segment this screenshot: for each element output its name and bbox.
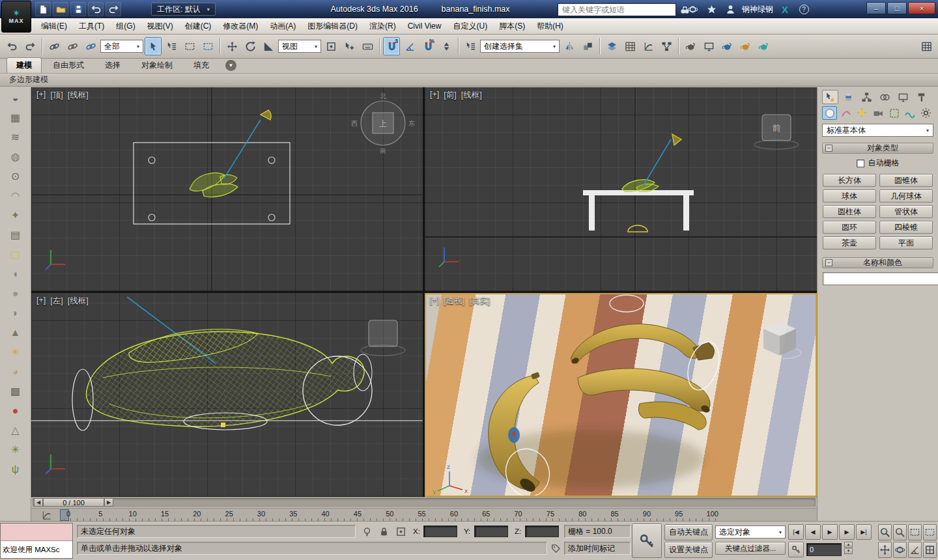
window-crossing-button[interactable] — [199, 37, 216, 55]
menu-item[interactable]: 工具(T) — [73, 21, 110, 32]
orbit-button[interactable] — [893, 542, 907, 558]
banana-wireframe-top[interactable] — [190, 173, 238, 197]
table-front[interactable] — [583, 190, 694, 231]
undo-button[interactable] — [88, 2, 104, 16]
left-tool-icon[interactable]: ◍ — [6, 150, 25, 163]
left-tool-icon[interactable]: ✳ — [6, 443, 25, 456]
helpers-subtab[interactable] — [887, 106, 902, 120]
left-tool-icon[interactable]: ● — [6, 404, 25, 417]
menu-item[interactable]: 视图(V) — [141, 21, 179, 32]
selection-set-scope-dropdown[interactable]: 选定对象 — [715, 525, 786, 539]
rendered-frame-window-button[interactable] — [700, 37, 717, 55]
left-tool-icon[interactable]: ⊙ — [6, 169, 25, 183]
zoom-extents-button[interactable] — [908, 524, 922, 540]
minimize-button[interactable]: – — [866, 2, 886, 14]
z-coordinate-field[interactable] — [525, 525, 559, 537]
create-tab[interactable] — [822, 90, 838, 104]
mirror-button[interactable] — [561, 37, 578, 55]
light-object-top[interactable] — [224, 110, 271, 178]
banana-wireframe-left[interactable] — [86, 329, 364, 427]
communication-center-icon[interactable] — [685, 2, 700, 16]
viewcube-compass[interactable]: 上 北 东 南 西 — [351, 92, 415, 154]
left-tool-icon[interactable]: ● — [6, 287, 25, 300]
percent-snap-button[interactable]: % — [419, 37, 436, 55]
motion-tab[interactable] — [877, 90, 893, 104]
next-frame-button[interactable]: ▶ — [839, 524, 855, 540]
save-file-button[interactable] — [70, 2, 86, 16]
select-by-name-button[interactable] — [163, 37, 180, 55]
select-and-link-button[interactable] — [46, 37, 63, 55]
polygon-modeling-panel-title[interactable]: 多边形建模 — [9, 74, 48, 85]
viewport-menu-label[interactable]: [左] — [50, 296, 63, 307]
favorites-star-icon[interactable] — [704, 2, 718, 16]
select-and-move-button[interactable] — [223, 37, 240, 55]
banana-single[interactable] — [489, 372, 540, 494]
use-pivot-point-button[interactable] — [322, 37, 339, 55]
primitive-button[interactable]: 四棱锥 — [879, 221, 933, 234]
primitive-button[interactable]: 几何球体 — [879, 189, 933, 203]
y-coordinate-field[interactable] — [474, 525, 508, 537]
ribbon-tab[interactable]: 填充 — [184, 57, 219, 73]
selection-filter-dropdown[interactable]: 全部 — [100, 40, 143, 53]
signed-in-username[interactable]: 钢神绿钢 — [742, 4, 773, 15]
help-icon[interactable]: ? — [797, 2, 811, 16]
menu-item[interactable]: 帮助(H) — [531, 21, 569, 32]
cameras-subtab[interactable] — [870, 106, 885, 120]
viewport-top[interactable]: [+][顶][线框] — [31, 87, 423, 291]
ribbon-minimize-icon[interactable]: ▼ — [225, 60, 236, 71]
x-coordinate-field[interactable] — [423, 525, 457, 537]
left-tool-icon[interactable]: ◗ — [6, 306, 25, 320]
menu-item[interactable]: 编辑(E) — [35, 21, 73, 32]
lights-subtab[interactable] — [854, 106, 869, 120]
named-selection-sets-dropdown[interactable]: 创建选择集 — [480, 40, 560, 53]
viewport-menu-label[interactable]: [线框] — [68, 296, 89, 307]
new-file-button[interactable] — [35, 2, 51, 16]
macro-recorder-row[interactable] — [1, 524, 72, 541]
previous-frame-arrow[interactable]: ◀ — [34, 498, 43, 507]
close-button[interactable]: × — [908, 2, 935, 14]
render-production-button[interactable] — [718, 37, 735, 55]
viewport-menu-label[interactable]: [+] — [36, 90, 46, 101]
left-tool-icon[interactable]: ◒ — [6, 91, 25, 105]
align-button[interactable] — [579, 37, 596, 55]
viewport-menu-label[interactable]: [+] — [430, 90, 439, 101]
left-tool-icon[interactable]: ≋ — [6, 130, 25, 144]
unlink-selection-button[interactable] — [64, 37, 81, 55]
ribbon-toggle-button[interactable] — [621, 37, 638, 55]
redo-button[interactable] — [106, 2, 121, 16]
selection-lock-toggle[interactable] — [377, 524, 391, 539]
menu-item[interactable]: 渲染(R) — [363, 21, 402, 32]
open-containers-toolbar-button[interactable] — [918, 37, 935, 55]
left-tool-icon[interactable]: ▢ — [6, 247, 25, 261]
auto-key-button[interactable]: 自动关键点 — [664, 524, 713, 540]
viewport-front[interactable]: [+][前][线框] — [425, 87, 817, 291]
viewport-perspective[interactable]: [+][透视][真实] — [425, 293, 817, 497]
left-tool-icon[interactable]: △ — [6, 423, 25, 437]
add-time-tag-field[interactable]: 添加时间标记 — [564, 542, 631, 555]
shapes-subtab[interactable] — [838, 106, 853, 120]
viewport-menu-label[interactable]: [线框] — [461, 90, 482, 101]
hierarchy-tab[interactable] — [859, 90, 875, 104]
primitive-category-dropdown[interactable]: 标准基本体 — [822, 124, 933, 137]
time-slider-track[interactable]: ◀ 0 / 100 ▶ — [33, 498, 816, 507]
dome-helper[interactable] — [628, 225, 647, 232]
pivot-gizmo[interactable] — [221, 423, 225, 427]
name-color-rollout[interactable]: − 名称和颜色 — [822, 257, 933, 268]
curve-editor-button[interactable] — [640, 37, 657, 55]
zoom-button[interactable] — [878, 524, 892, 540]
select-and-scale-button[interactable] — [260, 37, 277, 55]
zoom-region-button[interactable] — [923, 524, 937, 540]
viewcube-left[interactable] — [361, 320, 405, 356]
render-setup-button[interactable] — [682, 37, 699, 55]
sign-in-person-icon[interactable] — [723, 2, 737, 16]
primitive-button[interactable]: 平面 — [879, 236, 933, 249]
menu-item[interactable]: 创建(C) — [179, 21, 218, 32]
bind-to-space-warp-button[interactable] — [82, 37, 99, 55]
viewport-menu-label[interactable]: [顶] — [50, 90, 63, 101]
spinner-snap-button[interactable] — [438, 37, 455, 55]
layer-manager-button[interactable] — [603, 37, 620, 55]
light-object-front[interactable] — [643, 134, 681, 186]
angle-snap-button[interactable] — [401, 37, 418, 55]
viewport-menu-label[interactable]: [真实] — [469, 296, 490, 307]
utilities-tab[interactable] — [913, 90, 930, 104]
